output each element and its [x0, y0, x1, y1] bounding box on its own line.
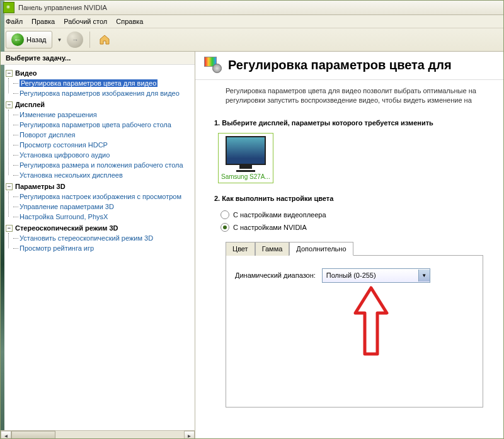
dynamic-range-combo[interactable]: Полный (0-255) ▼ — [322, 268, 430, 283]
tree-item[interactable]: Поворот дисплея — [11, 130, 195, 140]
tree-item[interactable]: Установка нескольких дисплеев — [11, 170, 195, 180]
sidebar: Выберите задачу... −Видео Регулировка па… — [1, 52, 195, 439]
scrollbar-horizontal[interactable]: ◄ ► — [1, 430, 195, 439]
tree-item[interactable]: Настройка Surround, PhysX — [11, 212, 195, 222]
tab-color[interactable]: Цвет — [226, 242, 255, 256]
tree-item[interactable]: Просмотр рейтинга игр — [11, 243, 195, 253]
tree-item[interactable]: Установить стереоскопический режим 3D — [11, 233, 195, 243]
menu-help[interactable]: Справка — [116, 18, 143, 25]
collapse-icon[interactable]: − — [6, 101, 13, 108]
tree-group-display[interactable]: −Дисплей — [6, 100, 195, 110]
menu-edit[interactable]: Правка — [32, 18, 55, 25]
tab-panel: Динамический диапазон: Полный (0-255) ▼ — [226, 255, 483, 408]
back-button[interactable]: ← Назад — [6, 31, 52, 48]
tree: −Видео Регулировка параметров цвета для … — [1, 65, 195, 430]
chevron-down-icon: ▼ — [418, 270, 430, 282]
home-icon — [98, 33, 111, 46]
collapse-icon[interactable]: − — [6, 183, 13, 190]
scroll-thumb[interactable] — [11, 431, 55, 439]
tree-group-video[interactable]: −Видео — [6, 68, 195, 78]
section2-title: 2. Как выполнить настройки цвета — [214, 195, 495, 202]
tree-group-stereo3d[interactable]: −Стереоскопический режим 3D — [6, 223, 195, 233]
section1-title: 1. Выберите дисплей, параметры которого … — [214, 119, 495, 127]
collapse-icon[interactable]: − — [6, 225, 13, 232]
annotation-arrow — [349, 285, 393, 362]
collapse-icon[interactable]: − — [6, 70, 13, 77]
main-panel: Регулировка параметров цвета для Регулир… — [195, 52, 503, 439]
toolbar: ← Назад ▼ → — [1, 28, 503, 52]
dynamic-range-label: Динамический диапазон: — [235, 271, 316, 279]
tree-item[interactable]: Установка цифрового аудио — [11, 150, 195, 160]
display-thumbnail[interactable]: Samsung S27A... — [218, 133, 273, 183]
menubar: Файл Правка Рабочий стол Справка — [1, 15, 503, 28]
arrow-left-icon: ← — [11, 33, 24, 46]
tree-item[interactable]: Регулировка параметров цвета для видео — [11, 78, 195, 88]
description: Регулировка параметров цвета для видео п… — [195, 80, 503, 117]
sidebar-header: Выберите задачу... — [1, 52, 195, 65]
scroll-right-icon[interactable]: ► — [184, 431, 195, 439]
back-dropdown-icon[interactable]: ▼ — [57, 37, 62, 43]
tree-item[interactable]: Управление параметрами 3D — [11, 202, 195, 212]
titlebar: Панель управления NVIDIA — [1, 1, 503, 15]
tree-item[interactable]: Регулировка параметров цвета рабочего ст… — [11, 120, 195, 130]
tree-item[interactable]: Регулировка размера и положения рабочего… — [11, 160, 195, 170]
menu-file[interactable]: Файл — [6, 18, 23, 25]
color-settings-icon — [204, 57, 222, 73]
tree-item[interactable]: Изменение разрешения — [11, 110, 195, 120]
tab-gamma[interactable]: Гамма — [255, 242, 290, 256]
radio-video-player[interactable]: С настройками видеоплеера — [214, 208, 495, 221]
home-button[interactable] — [96, 31, 113, 48]
window-title: Панель управления NVIDIA — [18, 4, 107, 11]
tree-item[interactable]: Регулировка настроек изображения с просм… — [11, 191, 195, 202]
radio-icon — [220, 210, 229, 219]
tree-item[interactable]: Регулировка параметров изображения для в… — [11, 88, 195, 98]
monitor-icon — [226, 136, 266, 165]
page-title: Регулировка параметров цвета для — [228, 58, 452, 72]
nvidia-icon — [3, 2, 14, 13]
tree-item[interactable]: Просмотр состояния HDCP — [11, 140, 195, 150]
scroll-left-icon[interactable]: ◄ — [1, 431, 11, 439]
display-name: Samsung S27A... — [221, 173, 270, 180]
menu-desktop[interactable]: Рабочий стол — [64, 18, 107, 25]
forward-button[interactable]: → — [67, 31, 83, 48]
tree-group-3d[interactable]: −Параметры 3D — [6, 181, 195, 191]
radio-nvidia[interactable]: С настройками NVIDIA — [214, 221, 495, 234]
tab-advanced[interactable]: Дополнительно — [289, 242, 353, 256]
radio-icon — [220, 223, 229, 232]
separator — [89, 31, 90, 48]
